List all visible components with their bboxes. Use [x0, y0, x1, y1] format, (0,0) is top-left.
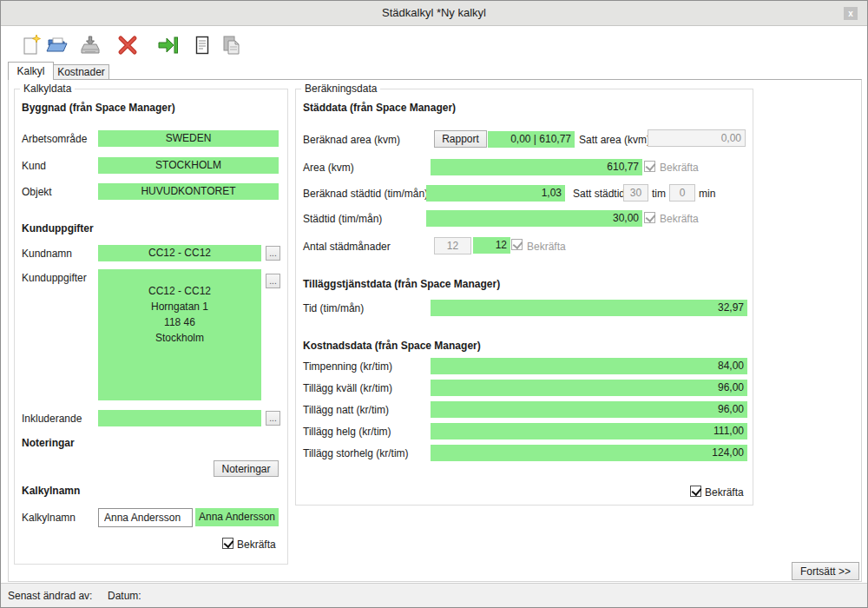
kalkyldata-groupbox: Kalkyldata Byggnad (från Space Manager) …	[14, 89, 288, 565]
tillagg-kvall-label: Tillägg kväll (kr/tim)	[303, 382, 392, 394]
area-bekrafta-checkbox	[644, 161, 655, 172]
open-folder-icon[interactable]	[46, 34, 70, 58]
new-document-icon[interactable]	[20, 34, 44, 58]
tillagg-storhelg-field: 124,00	[431, 445, 747, 461]
satt-stadtid-label: Satt städtid	[573, 188, 625, 200]
beraknad-area-field: 0,00 | 610,77	[488, 131, 575, 148]
tab-kostnader[interactable]: Kostnader	[53, 64, 109, 80]
tid-field: 32,97	[431, 300, 747, 316]
tillagg-storhelg-label: Tillägg storhelg (kr/tim)	[303, 447, 409, 459]
stadtid-label: Städtid (tim/mån)	[303, 213, 382, 225]
stadtid-field: 30,00	[426, 210, 642, 227]
satt-stadtid-min-input: 0	[669, 184, 695, 202]
kostnadsdata-heading: Kostnadsdata (från Space Manager)	[303, 340, 481, 352]
report-icon[interactable]	[191, 34, 215, 58]
kalkylnamn-input[interactable]	[98, 508, 193, 527]
berakningsdata-groupbox: Beräkningsdata Städdata (från Space Mana…	[295, 89, 753, 506]
berakningsdata-group-title: Beräkningsdata	[301, 83, 380, 95]
staddata-heading: Städdata (från Space Manager)	[303, 102, 456, 114]
kalkylnamn-confirmed-field: Anna Andersson	[195, 508, 279, 526]
noteringar-button[interactable]: Noteringar	[214, 460, 279, 477]
beraknad-stadtid-field: 1,03	[426, 185, 565, 202]
arbetsomrade-label: Arbetsområde	[22, 133, 87, 145]
berakningsdata-bekrafta-label: Bekräfta	[705, 486, 744, 499]
kunduppgifter-browse-button[interactable]: ...	[266, 274, 280, 288]
kunduppgifter-label: Kunduppgifter	[22, 272, 87, 284]
tab-page-kalkyl: Kalkyldata Byggnad (från Space Manager) …	[8, 79, 862, 582]
timpenning-field: 84,00	[431, 358, 747, 374]
inkluderande-field	[98, 410, 261, 426]
tillagg-natt-field: 96,00	[431, 401, 747, 418]
kalkylnamn-bekrafta-checkbox[interactable]	[222, 538, 233, 549]
close-button[interactable]: x	[844, 7, 858, 20]
kunduppgifter-line: Horngatan 1	[98, 299, 261, 314]
timpenning-label: Timpenning (kr/tim)	[303, 360, 392, 373]
import-icon[interactable]	[156, 34, 181, 58]
tid-label: Tid (tim/mån)	[303, 302, 364, 314]
antal-bekrafta-label: Bekräfta	[527, 241, 566, 253]
kunduppgifter-field: CC12 - CC12 Horngatan 1 118 46 Stockholm	[98, 269, 261, 400]
min-unit-label: min	[699, 188, 715, 200]
satt-area-label: Satt area (kvm)	[579, 134, 650, 146]
arbetsomrade-field: SWEDEN	[98, 130, 279, 147]
title-bar: Städkalkyl *Ny kalkyl x	[1, 1, 867, 26]
objekt-label: Objekt	[22, 186, 52, 198]
senast-andrad-label: Senast ändrad av:	[8, 590, 92, 602]
satt-area-input: 0,00	[648, 129, 746, 147]
satt-stadtid-tim-input: 30	[623, 184, 648, 202]
stadtid-bekrafta-checkbox	[644, 212, 655, 223]
tillaggstjanstdata-heading: Tilläggstjänstdata (från Space Manager)	[303, 278, 500, 290]
antal-stadmanader-label: Antal städmånader	[303, 241, 391, 253]
kalkylnamn-bekrafta-label: Bekräfta	[237, 539, 276, 551]
tab-kalkyl[interactable]: Kalkyl	[8, 62, 54, 80]
status-bar: Senast ändrad av: Datum:	[1, 583, 867, 607]
kunduppgifter-line: CC12 - CC12	[98, 283, 261, 299]
area-label: Area (kvm)	[303, 162, 354, 174]
kund-label: Kund	[22, 160, 46, 172]
beraknad-stadtid-label: Beräknad städtid (tim/mån)	[303, 188, 428, 200]
tillagg-natt-label: Tillägg natt (kr/tim)	[303, 404, 389, 416]
kundnamn-browse-button[interactable]: ...	[266, 246, 280, 261]
berakningsdata-bekrafta-checkbox[interactable]	[690, 486, 701, 497]
antal-stadmanader-input: 12	[434, 237, 471, 254]
kalkyldata-group-title: Kalkyldata	[20, 83, 75, 95]
delete-icon[interactable]	[116, 34, 141, 58]
kalkylnamn-heading: Kalkylnamn	[22, 485, 80, 497]
tillagg-helg-label: Tillägg helg (kr/tim)	[303, 426, 391, 438]
inkluderande-label: Inkluderande	[22, 413, 82, 425]
stadtid-bekrafta-label: Bekräfta	[660, 213, 699, 225]
tillagg-helg-field: 111,00	[431, 423, 747, 439]
tim-unit-label: tim	[652, 188, 666, 200]
kunduppgifter-heading: Kunduppgifter	[22, 222, 94, 235]
window-title: Städkalkyl *Ny kalkyl	[1, 6, 867, 19]
area-field: 610,77	[431, 159, 642, 175]
kundnamn-label: Kundnamn	[22, 248, 72, 260]
copy-icon[interactable]	[220, 34, 245, 58]
fortsatt-button[interactable]: Fortsätt >>	[792, 562, 859, 580]
beraknad-area-label: Beräknad area (kvm)	[303, 134, 400, 146]
kund-field: STOCKHOLM	[98, 157, 279, 174]
tillagg-kvall-field: 96,00	[431, 380, 747, 396]
noteringar-heading: Noteringar	[22, 437, 75, 449]
save-icon[interactable]	[79, 34, 103, 58]
inkluderande-browse-button[interactable]: ...	[266, 411, 280, 426]
rapport-button[interactable]: Rapport	[434, 130, 487, 148]
area-bekrafta-label: Bekräfta	[660, 162, 699, 174]
kunduppgifter-line: Stockholm	[98, 330, 261, 346]
antal-stadmanader-field: 12	[473, 237, 510, 254]
app-window: Städkalkyl *Ny kalkyl x	[0, 0, 868, 608]
antal-bekrafta-checkbox	[511, 239, 523, 250]
byggnad-heading: Byggnad (från Space Manager)	[22, 102, 175, 114]
kalkylnamn-label: Kalkylnamn	[22, 512, 76, 524]
objekt-field: HUVUDKONTORET	[98, 183, 279, 200]
kunduppgifter-line: 118 46	[98, 314, 261, 330]
datum-label: Datum:	[108, 590, 141, 602]
kundnamn-field: CC12 - CC12	[98, 245, 261, 261]
